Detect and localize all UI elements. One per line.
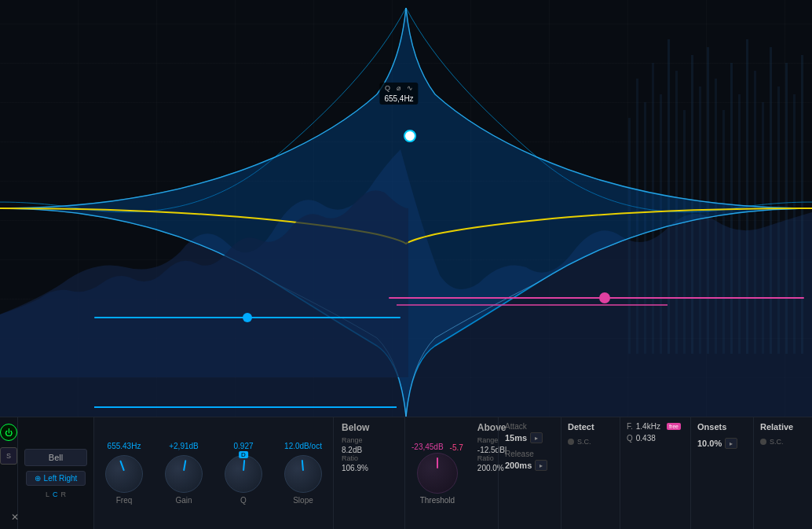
- q-knob-group: 0.927 D Q: [214, 435, 273, 511]
- power-button[interactable]: ⏻: [0, 424, 17, 441]
- slope-knob-indicator: [302, 460, 304, 471]
- dynamics-section: Below Range 8.2dB Ratio 106.9% -23,45dB …: [333, 417, 498, 529]
- filter-drag-point[interactable]: [404, 130, 416, 142]
- q-knob-indicator: [243, 460, 245, 471]
- attack-adjust-btn[interactable]: ▸: [530, 432, 543, 443]
- onsets-header: Onsets: [697, 422, 747, 432]
- eq-display: Q ⌀ ∿ 655,4Hz: [0, 0, 812, 417]
- gain-knob-indicator: [183, 460, 186, 471]
- relative-header: Relative: [760, 422, 806, 432]
- svg-rect-19: [777, 86, 780, 354]
- threshold-knob[interactable]: [417, 453, 458, 494]
- close-icon: ✕: [11, 512, 19, 523]
- attack-val-row: 15ms ▸: [505, 432, 554, 443]
- relative-sc-row: S.C.: [760, 438, 806, 446]
- c-label[interactable]: C: [53, 490, 58, 498]
- filter-tooltip-container: Q ⌀ ∿ 655,4Hz: [393, 122, 405, 134]
- power-icon: ⏻: [5, 428, 13, 437]
- below-range-label: Range: [342, 436, 397, 444]
- freq-knob-value: 655.43Hz: [108, 442, 141, 450]
- freq-knob-group: 655.43Hz Freq: [94, 435, 154, 511]
- detect-freq-q-section: F. 1.4kHz free Q 0.438: [620, 417, 690, 529]
- svg-rect-10: [707, 47, 709, 354]
- headphones-icon: ⌀: [397, 84, 401, 92]
- detect-freq-value: 1.4kHz: [636, 422, 660, 431]
- close-button[interactable]: ✕: [11, 512, 19, 523]
- filter-type-button[interactable]: Bell: [24, 449, 87, 466]
- attack-value: 15ms: [505, 433, 527, 443]
- svg-rect-18: [770, 47, 772, 354]
- threshold-slider-container: [389, 293, 804, 303]
- detect-badge1: free: [667, 423, 681, 430]
- detect-q-label: Q: [627, 434, 633, 443]
- q-knob-label: Q: [240, 496, 247, 505]
- attack-row: Attack 15ms ▸: [505, 422, 554, 443]
- q-icon: Q: [385, 84, 390, 92]
- freq-knob[interactable]: [105, 455, 143, 493]
- svg-rect-12: [722, 110, 725, 354]
- threshold-thumb[interactable]: [599, 292, 610, 303]
- detect-sc-dot: [568, 439, 574, 445]
- detect-header: Detect: [568, 422, 613, 432]
- attack-release-section: Attack 15ms ▸ Release 200ms ▸: [498, 417, 561, 529]
- channel-button[interactable]: ⊕ Left Right: [26, 471, 86, 486]
- slope-knob-value: 12.0dB/oct: [284, 442, 322, 450]
- below-column: Below Range 8.2dB Ratio 106.9%: [334, 417, 404, 529]
- below-header: Below: [342, 422, 397, 433]
- freq-slider-container: [94, 313, 401, 322]
- detect-freq-label: F.: [627, 422, 633, 431]
- below-ratio-row: Ratio 106.9%: [342, 454, 397, 472]
- threshold-side-value: -5.7: [450, 443, 463, 452]
- solo-button[interactable]: S: [0, 447, 17, 465]
- svg-rect-21: [793, 94, 796, 354]
- release-label: Release: [505, 450, 554, 458]
- filter-freq-display: 655,4Hz: [384, 94, 413, 103]
- relative-sc-dot: [760, 439, 766, 445]
- svg-rect-15: [746, 39, 748, 354]
- detect-q-row: Q 0.438: [627, 434, 684, 443]
- threshold-track: [389, 297, 804, 299]
- threshold-knob-value: -23,45dB: [411, 443, 444, 451]
- lcr-selector: L C R: [46, 490, 66, 498]
- main-container: Q ⌀ ∿ 655,4Hz ⏻: [0, 0, 812, 529]
- freq-knob-label: Freq: [116, 496, 133, 505]
- svg-rect-17: [762, 102, 764, 354]
- bell-icon: ∿: [407, 84, 413, 92]
- gain-knob[interactable]: [165, 455, 203, 493]
- attack-label: Attack: [505, 422, 554, 431]
- slope-knob[interactable]: [284, 455, 322, 493]
- svg-rect-14: [738, 94, 741, 354]
- detect-q-value: 0.438: [636, 434, 656, 443]
- release-adjust-btn[interactable]: ▸: [535, 460, 547, 471]
- left-panel: ⏻ S ✕: [0, 417, 18, 529]
- filter-icon-row: Q ⌀ ∿: [384, 84, 413, 92]
- solo-icon: S: [6, 452, 11, 460]
- slope-knob-label: Slope: [293, 496, 313, 505]
- threshold-top-row: -23,45dB -5.7: [411, 443, 463, 453]
- q-knob-value: 0.927: [233, 442, 253, 450]
- control-panel: ⏻ S ✕ Bell ⊕ Left Right L C R: [0, 417, 812, 529]
- q-d-badge: D: [239, 451, 248, 458]
- svg-rect-7: [683, 110, 686, 354]
- onsets-value: 10.0%: [697, 439, 722, 448]
- onsets-section: Onsets 10.0% ▸: [690, 417, 753, 529]
- r-label[interactable]: R: [61, 490, 67, 498]
- release-value: 200ms: [505, 461, 532, 470]
- channel-icon: ⊕: [35, 474, 41, 483]
- detect-sc-label: S.C.: [577, 438, 591, 446]
- below-range-row: Range 8.2dB: [342, 436, 397, 454]
- filter-tooltip: Q ⌀ ∿ 655,4Hz: [379, 83, 418, 105]
- onsets-btn[interactable]: ▸: [725, 438, 737, 449]
- detect-section: Detect S.C.: [561, 417, 620, 529]
- below-ratio-label: Ratio: [342, 454, 397, 462]
- release-val-row: 200ms ▸: [505, 460, 554, 471]
- threshold-knob-indicator: [437, 457, 438, 468]
- l-label[interactable]: L: [46, 490, 49, 498]
- threshold-knob-area: -23,45dB -5.7 Threshold: [404, 417, 470, 529]
- relative-detect-section: Relative S.C.: [753, 417, 812, 529]
- detect-sc-row: S.C.: [568, 438, 613, 446]
- freq-thumb[interactable]: [243, 313, 252, 322]
- q-knob[interactable]: D: [225, 455, 262, 493]
- gain-knob-label: Gain: [175, 496, 192, 505]
- freq-knob-indicator: [119, 461, 125, 472]
